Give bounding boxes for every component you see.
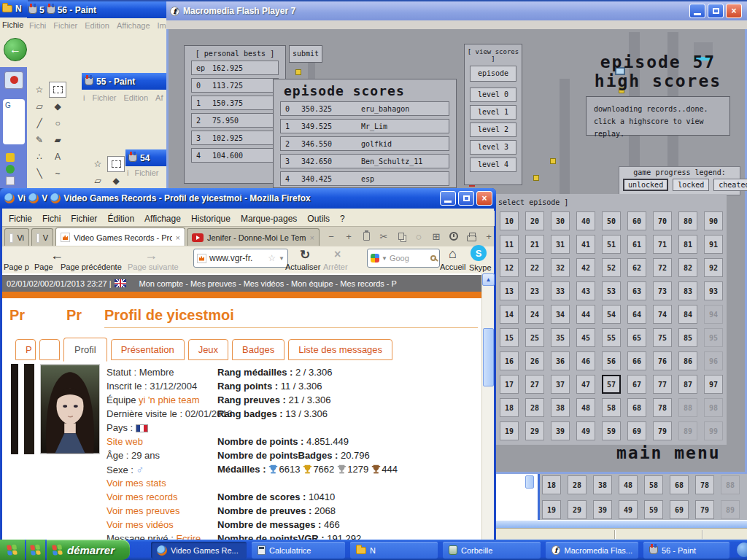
episode-cell-49[interactable]: 49: [619, 500, 638, 519]
episode-cell-56[interactable]: 56: [602, 351, 621, 370]
paint-tool-select-icon[interactable]: [49, 82, 66, 98]
episode-cell-83[interactable]: 83: [678, 281, 697, 300]
paste-icon[interactable]: [360, 230, 373, 243]
episode-cell-24[interactable]: 24: [525, 305, 544, 324]
menu-item-fichier[interactable]: Fichier: [71, 214, 97, 224]
paint-tool-spray-icon[interactable]: ∴: [31, 149, 48, 165]
menu-item-édition[interactable]: Édition: [107, 214, 134, 224]
episode-cell-29[interactable]: 29: [525, 421, 544, 440]
paint-tool-eraser-icon[interactable]: ▱: [89, 173, 107, 189]
episode-cell-48[interactable]: 48: [576, 398, 595, 417]
episode-score-row[interactable]: 2346.550golfkid: [280, 136, 449, 151]
episode-cell-13[interactable]: 13: [500, 281, 519, 300]
episode-cell-91[interactable]: 91: [704, 235, 723, 254]
episode-cell-74[interactable]: 74: [653, 305, 672, 324]
episode-score-row[interactable]: 4340.425esp: [280, 171, 449, 186]
episode-cell-69[interactable]: 69: [670, 500, 689, 519]
episode-cell-65[interactable]: 65: [627, 328, 646, 347]
episode-cell-40[interactable]: 40: [576, 211, 595, 230]
skype-icon[interactable]: S: [471, 245, 487, 261]
episode-cell-50[interactable]: 50: [602, 211, 621, 230]
episode-cell-76[interactable]: 76: [653, 351, 672, 370]
taskbar-button-n[interactable]: N: [350, 542, 438, 559]
url-dropdown-icon[interactable]: ▼: [279, 255, 285, 262]
episode-cell-21[interactable]: 21: [525, 235, 544, 254]
page-tab-profil[interactable]: Profil: [63, 338, 107, 362]
legend-locked-button[interactable]: locked: [673, 179, 709, 191]
search-icon[interactable]: [430, 255, 436, 261]
episode-cell-14[interactable]: 14: [500, 305, 519, 324]
episode-cell-87[interactable]: 87: [678, 375, 697, 394]
refresh-button-label[interactable]: Actualiser: [285, 262, 320, 271]
paint-tool-brush-icon[interactable]: ▰: [49, 132, 66, 148]
episode-cell-88[interactable]: 88: [721, 475, 740, 494]
episode-cell-19[interactable]: 19: [500, 421, 519, 440]
profile-link[interactable]: yi 'n phie team: [139, 394, 199, 405]
episode-cell-18[interactable]: 18: [542, 475, 561, 494]
episode-cell-11[interactable]: 11: [500, 235, 519, 254]
episode-cell-34[interactable]: 34: [551, 305, 570, 324]
episode-cell-37[interactable]: 37: [551, 375, 570, 394]
sidebar-item-icon[interactable]: [6, 165, 15, 174]
episode-cell-12[interactable]: 12: [500, 258, 519, 277]
episode-cell-54[interactable]: 54: [602, 305, 621, 324]
sidebar-app-icon[interactable]: [4, 71, 23, 89]
episode-cell-77[interactable]: 77: [653, 375, 672, 394]
ghost-tab[interactable]: P: [15, 339, 36, 360]
episode-cell-94[interactable]: 94: [704, 305, 723, 324]
sidebar-item-icon[interactable]: [6, 153, 15, 162]
episode-cell-71[interactable]: 71: [653, 235, 672, 254]
episode-cell-67[interactable]: 67: [627, 375, 646, 394]
profile-link[interactable]: Voir mes records: [107, 491, 178, 502]
tab-video-games-records[interactable]: Video Games Records - Profi... ×: [55, 228, 185, 246]
episode-cell-23[interactable]: 23: [525, 281, 544, 300]
episode-cell-16[interactable]: 16: [500, 351, 519, 370]
paint-menu-item[interactable]: Edition: [85, 21, 109, 30]
history-icon[interactable]: [447, 230, 460, 243]
scrollbar-thumb[interactable]: [525, 475, 534, 489]
scrollbar-track[interactable]: ▲: [481, 273, 494, 540]
paint-window-55-titlebar[interactable]: 55 - Paint: [82, 73, 166, 90]
episode-cell-17[interactable]: 17: [500, 375, 519, 394]
forward-button-label[interactable]: Page suivante: [128, 262, 179, 271]
maximize-button[interactable]: [708, 4, 724, 18]
episode-cell-31[interactable]: 31: [551, 235, 570, 254]
episode-cell-46[interactable]: 46: [576, 351, 595, 370]
home-icon[interactable]: ⌂: [449, 246, 457, 262]
episode-cell-89[interactable]: 89: [678, 421, 697, 440]
search-engine-dropdown-icon[interactable]: ▼: [382, 255, 387, 262]
menu-item-?[interactable]: ?: [340, 214, 345, 224]
episode-cell-58[interactable]: 58: [644, 475, 663, 494]
paint-menu-item[interactable]: Fichier: [92, 93, 116, 102]
url-text[interactable]: www.vgr-fr.: [209, 253, 265, 263]
episode-cell-61[interactable]: 61: [627, 235, 646, 254]
zoom-out-icon[interactable]: −: [325, 230, 338, 243]
episode-cell-32[interactable]: 32: [551, 258, 570, 277]
episode-cell-62[interactable]: 62: [627, 258, 646, 277]
episode-cell-58[interactable]: 58: [602, 398, 621, 417]
minimize-button[interactable]: [440, 191, 456, 206]
episode-cell-69[interactable]: 69: [627, 421, 646, 440]
episode-cell-53[interactable]: 53: [602, 281, 621, 300]
episode-cell-47[interactable]: 47: [576, 375, 595, 394]
episode-cell-10[interactable]: 10: [500, 211, 519, 230]
close-button[interactable]: ×: [476, 191, 492, 206]
episode-cell-57[interactable]: 57: [602, 375, 621, 394]
episode-cell-73[interactable]: 73: [653, 281, 672, 300]
episode-cell-20[interactable]: 20: [525, 211, 544, 230]
paint-tool-fill-icon[interactable]: ◆: [49, 98, 66, 114]
paint-tool-zoom-icon[interactable]: ○: [49, 115, 66, 131]
legend-unlocked-button[interactable]: unlocked: [623, 179, 668, 191]
page-tab-jeux[interactable]: Jeux: [188, 339, 228, 360]
view-scores-episode-button[interactable]: episode: [470, 66, 516, 82]
episode-cell-35[interactable]: 35: [551, 328, 570, 347]
episode-cell-79[interactable]: 79: [653, 421, 672, 440]
refresh-icon[interactable]: ↻: [300, 247, 310, 262]
episode-cell-78[interactable]: 78: [695, 475, 714, 494]
ghost-tab[interactable]: Vi: [4, 228, 29, 246]
episode-cell-99[interactable]: 99: [704, 421, 723, 440]
episode-cell-49[interactable]: 49: [576, 421, 595, 440]
episode-cell-42[interactable]: 42: [576, 258, 595, 277]
page-tab-présentation[interactable]: Présentation: [111, 339, 185, 360]
home-button-label[interactable]: Accueil: [440, 262, 465, 271]
